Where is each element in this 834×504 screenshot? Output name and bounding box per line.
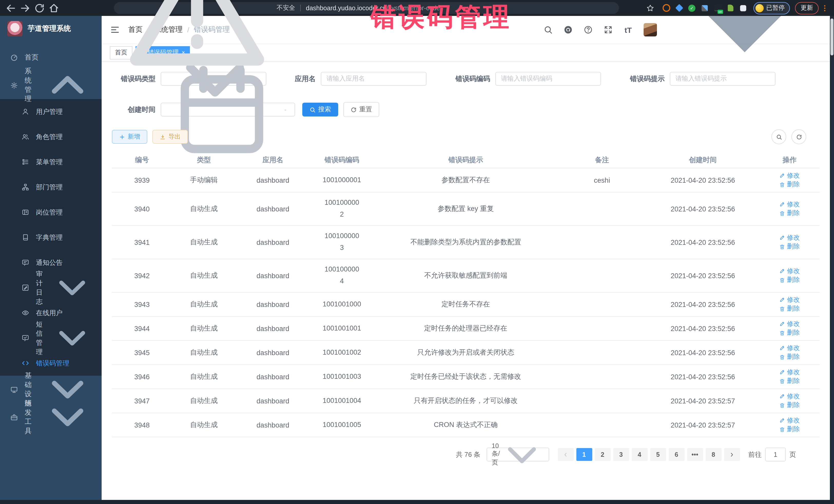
address-bar[interactable]: 不安全 dashboard.yudao.iocoder.cn/system/er… (114, 2, 619, 14)
help-icon[interactable] (584, 25, 593, 35)
page-content: 错误码类型 请选择错误码类型 应用名 请输入应用名 错误码编码 请输入错误码编码… (102, 62, 830, 500)
browser-home-icon[interactable] (48, 2, 60, 14)
edit-icon (780, 268, 786, 274)
page-button-8[interactable]: 8 (705, 448, 721, 461)
extension-puzzle[interactable] (739, 4, 747, 12)
refresh-table-button[interactable] (791, 129, 806, 144)
app-logo-row[interactable]: 芋道管理系统 (0, 16, 102, 42)
github-icon[interactable] (564, 25, 573, 35)
edit-link[interactable]: 修改 (780, 416, 800, 425)
delete-link[interactable]: 删除 (780, 328, 800, 337)
delete-link[interactable]: 删除 (780, 276, 800, 284)
search-button[interactable]: 搜索 (302, 103, 338, 116)
delete-icon (780, 330, 786, 336)
extension-badge: on (718, 9, 723, 14)
edit-link[interactable]: 修改 (780, 267, 800, 275)
browser-forward-icon[interactable] (20, 2, 31, 14)
cell-remark (558, 292, 646, 316)
delete-link[interactable]: 删除 (780, 401, 800, 410)
fullscreen-icon[interactable] (603, 25, 613, 35)
total-count: 共 76 条 (456, 450, 480, 459)
edit-link[interactable]: 修改 (780, 392, 800, 400)
page-button-4[interactable]: 4 (632, 448, 648, 461)
edit-link[interactable]: 修改 (780, 368, 800, 376)
sidebar-item-label: 字典管理 (36, 233, 63, 242)
extension-blue-gem[interactable] (675, 4, 683, 12)
browser-update-button[interactable]: 更新 (795, 2, 819, 14)
delete-link[interactable]: 删除 (780, 180, 800, 189)
edit-link[interactable]: 修改 (780, 295, 800, 304)
delete-link[interactable]: 删除 (780, 242, 800, 251)
font-size-icon[interactable]: tT (623, 25, 633, 35)
browser-menu-kebab-icon[interactable] (821, 3, 829, 13)
user-avatar[interactable] (643, 23, 657, 37)
table-row: 3939手动编辑dashboard1001000001参数配置不存在ceshi2… (112, 168, 820, 192)
app-name-input[interactable]: 请输入应用名 (321, 72, 426, 86)
cell-remark (558, 389, 646, 413)
not-secure-badge[interactable]: 不安全 (120, 0, 295, 85)
edit-link[interactable]: 修改 (780, 344, 800, 352)
cell-type: 自动生成 (172, 365, 236, 389)
toggle-search-button[interactable] (771, 129, 786, 144)
header-search-icon[interactable] (544, 25, 553, 35)
extensions-row: ✓on (662, 4, 747, 12)
error-hint-input[interactable]: 请输入错误码提示 (670, 72, 775, 86)
date-range-picker[interactable]: 开始日期 - 结束日期 (161, 103, 295, 116)
delete-link[interactable]: 删除 (780, 425, 800, 434)
sidebar-item-menu-management[interactable]: 菜单管理 (0, 149, 102, 175)
extension-list-on-badge[interactable]: on (714, 4, 722, 12)
edit-link[interactable]: 修改 (780, 233, 800, 242)
page-size-select[interactable]: 10条/页 (486, 447, 549, 461)
next-page-button[interactable] (724, 448, 740, 461)
goto-page-input[interactable]: 1 (765, 447, 786, 461)
page-button-2[interactable]: 2 (595, 448, 611, 461)
sidebar-item-label: 审计日志 (36, 269, 44, 306)
pagination: 共 76 条 10条/页 123456•••8 前往 1 页 (112, 447, 820, 461)
edit-link[interactable]: 修改 (780, 200, 800, 209)
sidebar-item-system-management[interactable]: 系统管理 (0, 71, 102, 99)
sidebar-item-audit-log[interactable]: 审计日志 (0, 275, 102, 300)
delete-link[interactable]: 删除 (780, 209, 800, 218)
sidebar-item-dict-management[interactable]: 字典管理 (0, 225, 102, 250)
create-time-label: 创建时间 (112, 105, 155, 114)
cell-app: dashboard (236, 292, 310, 316)
page-button-5[interactable]: 5 (650, 448, 666, 461)
sidebar-item-post-management[interactable]: 岗位管理 (0, 200, 102, 225)
scrollbar-thumb[interactable] (830, 19, 833, 56)
sidebar-item-dev-tools[interactable]: 研发工具 (0, 403, 102, 431)
extension-green-key[interactable] (726, 4, 734, 12)
delete-link[interactable]: 删除 (780, 377, 800, 386)
cell-ops: 修改删除 (760, 192, 820, 225)
bookmark-star-icon[interactable] (646, 3, 655, 13)
prev-page-button[interactable] (557, 448, 573, 461)
gear-icon (10, 81, 18, 89)
sidebar-item-role-management[interactable]: 角色管理 (0, 124, 102, 149)
cell-message: 不允许获取敏感配置到前端 (374, 259, 557, 292)
delete-link[interactable]: 删除 (780, 304, 800, 313)
edit-link[interactable]: 修改 (780, 171, 800, 180)
browser-reload-icon[interactable] (34, 2, 45, 14)
extension-orange-ring[interactable] (662, 4, 670, 12)
browser-profile-chip[interactable]: 已暂停 (753, 2, 790, 14)
more-pages-button[interactable]: ••• (687, 448, 703, 461)
sidebar-item-dept-management[interactable]: 部门管理 (0, 175, 102, 200)
cell-ops: 修改删除 (760, 413, 820, 437)
add-button[interactable]: 新增 (112, 130, 147, 144)
page-button-6[interactable]: 6 (668, 448, 684, 461)
extension-green-circle[interactable]: ✓ (688, 4, 696, 12)
cell-app: dashboard (236, 225, 310, 259)
extension-blue-grid[interactable] (701, 4, 709, 12)
edit-link[interactable]: 修改 (780, 320, 800, 328)
sidebar-item-sms-management[interactable]: 短信管理 (0, 325, 102, 351)
export-button[interactable]: 导出 (152, 130, 188, 144)
page-button-3[interactable]: 3 (613, 448, 629, 461)
page-button-1[interactable]: 1 (576, 448, 592, 461)
hamburger-icon[interactable] (110, 25, 120, 35)
error-code-input[interactable]: 请输入错误码编码 (495, 72, 601, 86)
delete-link[interactable]: 删除 (780, 353, 800, 361)
column-header: 创建时间 (646, 152, 759, 168)
browser-back-icon[interactable] (5, 2, 17, 14)
delete-icon (780, 426, 786, 432)
reset-button[interactable]: 重置 (343, 102, 379, 117)
cell-message: 定时任务已经处于该状态，无需修改 (374, 365, 557, 389)
